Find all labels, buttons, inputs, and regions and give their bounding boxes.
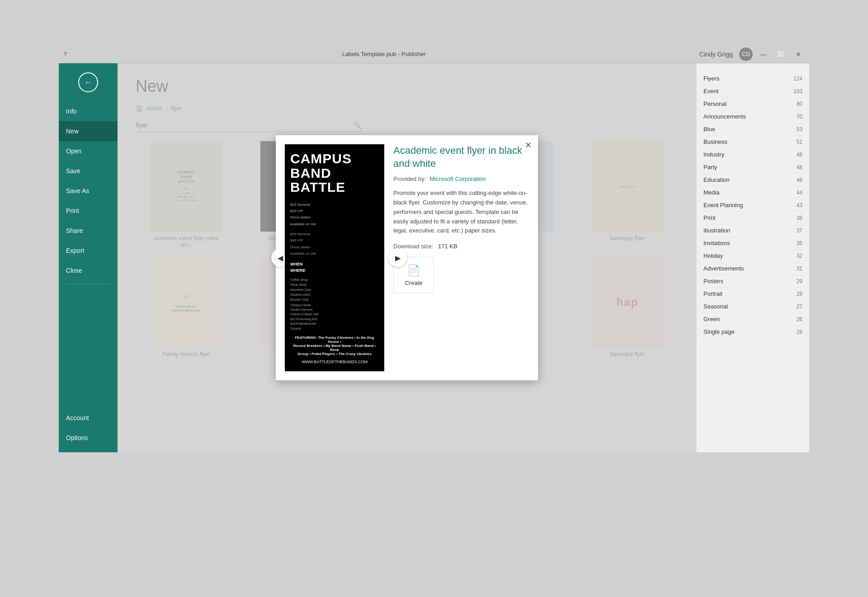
sidebar-item-save[interactable]: Save (59, 161, 118, 181)
categories-list: Flyers124Event103Personal80Announcements… (703, 72, 802, 338)
category-label: Party (703, 164, 717, 171)
category-item[interactable]: Announcements70 (703, 110, 802, 123)
modal-provider-name[interactable]: Microsoft Corporation (429, 175, 486, 182)
avatar: CG (739, 47, 753, 61)
category-item[interactable]: Event103 (703, 85, 802, 98)
category-label: Invitations (703, 240, 730, 246)
category-item[interactable]: Print38 (703, 212, 802, 224)
category-count: 124 (793, 76, 802, 82)
sidebar-bottom: Account Options (59, 408, 118, 452)
sidebar: ← Info New Open Save Save As Print Share (59, 63, 118, 452)
sidebar-item-share[interactable]: Share (59, 221, 118, 241)
category-count: 46 (797, 177, 802, 183)
category-count: 43 (797, 202, 802, 208)
category-item[interactable]: Flyers124 (703, 72, 802, 85)
modal-dialog: ✕ ◀ CAMPUSBANDBATTLE (276, 135, 538, 380)
modal-download-size: 171 KB (438, 243, 458, 250)
modal-preview: CAMPUSBANDBATTLE $15 General $20 VIP Dre… (285, 144, 384, 371)
category-count: 37 (797, 227, 802, 234)
sidebar-item-print[interactable]: Print (59, 201, 118, 221)
category-count: 70 (797, 114, 802, 120)
category-label: Posters (703, 278, 723, 284)
category-count: 27 (797, 303, 802, 310)
category-count: 48 (797, 152, 802, 158)
category-item[interactable]: Event Planning43 (703, 199, 802, 212)
category-label: Green (703, 316, 720, 322)
category-label: Business (703, 138, 727, 145)
category-item[interactable]: Seasonal27 (703, 300, 802, 313)
category-count: 44 (797, 190, 802, 196)
category-label: Holiday (703, 252, 723, 259)
modal-description: Promote your event with this cutting-edg… (393, 189, 529, 236)
category-count: 26 (797, 329, 802, 335)
category-label: Personal (703, 100, 726, 107)
category-item[interactable]: Party48 (703, 161, 802, 174)
window-title: Labels Template.pub - Publisher (71, 51, 697, 57)
category-item[interactable]: Holiday32 (703, 250, 802, 262)
sidebar-item-options[interactable]: Options (59, 428, 118, 448)
modal-nav-area: ◀ CAMPUSBANDBATTLE $15 General $20 VIP (285, 144, 384, 371)
sidebar-item-export[interactable]: Export (59, 241, 118, 261)
create-icon: 📄 (407, 264, 420, 277)
category-label: Single page (703, 328, 735, 335)
category-item[interactable]: Blue53 (703, 123, 802, 136)
modal-title: Academic event flyer in black and white (393, 144, 529, 170)
category-item[interactable]: Portrait28 (703, 288, 802, 300)
modal-info: Academic event flyer in black and white … (393, 144, 529, 371)
category-count: 53 (797, 126, 802, 133)
modal-next-button[interactable]: ▶ (389, 249, 407, 267)
category-label: Print (703, 214, 716, 221)
category-count: 38 (797, 215, 802, 221)
category-count: 48 (797, 164, 802, 171)
category-label: Event Planning (703, 202, 743, 208)
category-label: Advertisements (703, 265, 744, 272)
minimize-button[interactable]: — (756, 50, 770, 59)
category-label: Blue (703, 126, 715, 133)
category-count: 103 (793, 88, 802, 95)
category-label: Industry (703, 151, 724, 158)
sidebar-item-open[interactable]: Open (59, 141, 118, 161)
title-bar: ? Labels Template.pub - Publisher Cindy … (59, 45, 809, 63)
category-item[interactable]: Single page26 (703, 326, 802, 338)
category-item[interactable]: Posters29 (703, 275, 802, 288)
sidebar-item-info[interactable]: Info (59, 101, 118, 121)
category-item[interactable]: Personal80 (703, 98, 802, 110)
modal-download: Download size: 171 KB (393, 243, 529, 250)
category-item[interactable]: Media44 (703, 186, 802, 199)
category-count: 31 (797, 265, 802, 272)
main-content: New 🏠 Home | flyer 🔍 CAMPUS (118, 63, 696, 452)
category-count: 26 (797, 316, 802, 322)
category-item[interactable]: Illustration37 (703, 224, 802, 237)
app-body: ← Info New Open Save Save As Print Share (59, 63, 809, 452)
help-icon[interactable]: ? (63, 51, 67, 58)
category-item[interactable]: Industry48 (703, 148, 802, 161)
window-controls: Cindy Grigg CG — ⬜ ✕ (697, 47, 805, 61)
category-item[interactable]: Business51 (703, 136, 802, 148)
category-label: Flyers (703, 75, 719, 82)
user-info: Cindy Grigg CG (697, 47, 753, 61)
category-label: Portrait (703, 290, 722, 297)
sidebar-item-close[interactable]: Close (59, 261, 118, 280)
category-count: 80 (797, 101, 802, 107)
sidebar-item-new[interactable]: New (59, 121, 118, 141)
category-item[interactable]: Education46 (703, 174, 802, 186)
category-count: 28 (797, 291, 802, 297)
back-button[interactable]: ← (78, 72, 98, 92)
close-button[interactable]: ✕ (792, 50, 805, 59)
create-label: Create (405, 280, 422, 286)
category-count: 29 (797, 278, 802, 284)
category-item[interactable]: Advertisements31 (703, 262, 802, 275)
category-item[interactable]: Green26 (703, 313, 802, 326)
modal-provider: Provided by: Microsoft Corporation (393, 175, 529, 182)
category-label: Illustration (703, 227, 730, 234)
sidebar-item-account[interactable]: Account (59, 408, 118, 428)
modal-body: ◀ CAMPUSBANDBATTLE $15 General $20 VIP (276, 135, 538, 380)
category-item[interactable]: Invitations35 (703, 237, 802, 250)
sidebar-item-save-as[interactable]: Save As (59, 181, 118, 201)
modal-close-button[interactable]: ✕ (523, 140, 533, 151)
modal-provider-label: Provided by: (393, 175, 426, 182)
category-label: Media (703, 189, 719, 196)
restore-button[interactable]: ⬜ (774, 50, 788, 59)
user-name: Cindy Grigg (697, 50, 736, 59)
category-label: Announcements (703, 113, 746, 120)
